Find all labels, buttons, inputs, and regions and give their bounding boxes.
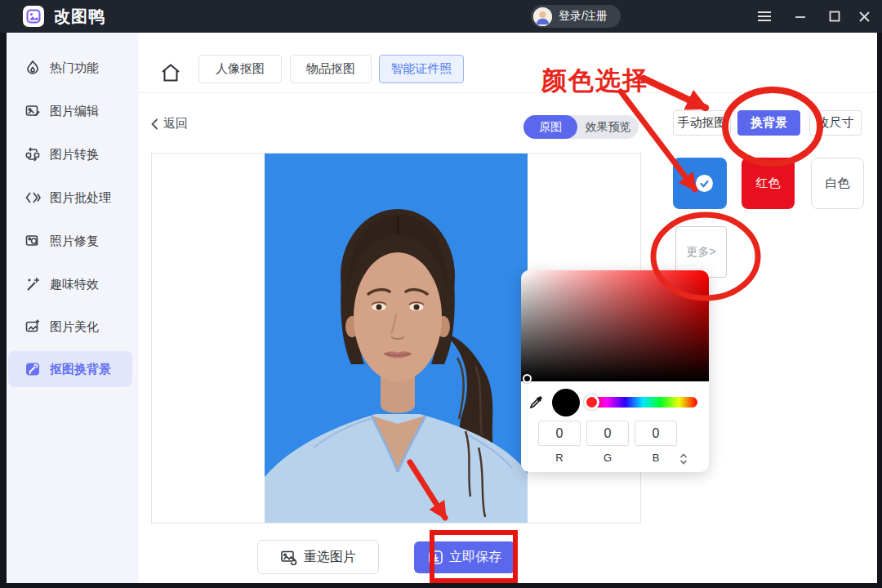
- app-logo-icon: [23, 6, 44, 27]
- app-window: 改图鸭 登录/注册 热门功能: [0, 0, 882, 588]
- sidebar: 热门功能 图片编辑 图片转换 图片批处理: [7, 33, 139, 583]
- toggle-original-label: 原图: [539, 120, 562, 135]
- hue-slider[interactable]: [588, 397, 697, 408]
- swatch-white[interactable]: 白色: [811, 158, 864, 209]
- current-color-circle: [552, 389, 580, 416]
- tab-label: 人像抠图: [216, 61, 265, 77]
- batch-icon: [24, 189, 41, 206]
- back-label: 返回: [163, 116, 188, 131]
- saturation-cursor[interactable]: [523, 374, 532, 383]
- login-button[interactable]: 登录/注册: [531, 5, 621, 28]
- save-button[interactable]: 立即保存: [414, 541, 515, 573]
- color-picker-panel: R G B: [521, 270, 709, 472]
- magic-wand-icon: [24, 276, 41, 292]
- more-colors-label: 更多>: [686, 245, 715, 260]
- b-label: B: [635, 452, 677, 464]
- hue-slider-knob[interactable]: [584, 394, 599, 410]
- r-label: R: [538, 452, 581, 464]
- app-title: 改图鸭: [54, 0, 105, 33]
- maximize-icon[interactable]: [826, 10, 843, 23]
- sidebar-item-image-convert[interactable]: 图片转换: [8, 140, 132, 169]
- change-background-label: 换背景: [751, 115, 787, 131]
- back-button[interactable]: 返回: [151, 116, 188, 131]
- selected-check-icon: [696, 175, 713, 192]
- avatar-icon: [533, 7, 552, 26]
- toggle-preview-label: 效果预览: [586, 120, 631, 135]
- save-label: 立即保存: [449, 549, 501, 566]
- sidebar-item-hot-features[interactable]: 热门功能: [8, 53, 132, 82]
- sidebar-item-batch-process[interactable]: 图片批处理: [8, 183, 132, 212]
- reselect-image-label: 重选图片: [304, 549, 356, 566]
- sidebar-item-label: 图片批处理: [50, 190, 111, 206]
- tab-label: 智能证件照: [391, 61, 452, 77]
- flame-icon: [24, 60, 41, 76]
- reselect-image-button[interactable]: 重选图片: [257, 540, 379, 574]
- swatch-white-label: 白色: [826, 176, 850, 191]
- home-icon[interactable]: [160, 62, 181, 83]
- portrait-photo: [265, 154, 528, 523]
- sidebar-item-label: 图片编辑: [50, 104, 99, 119]
- toolbar-divider: [139, 92, 877, 93]
- sidebar-item-label: 抠图换背景: [50, 362, 111, 377]
- sidebar-item-label: 热门功能: [50, 60, 99, 76]
- resize-label: 改尺寸: [817, 115, 854, 131]
- sidebar-item-label: 照片修复: [50, 234, 99, 249]
- cutout-icon: [24, 361, 41, 377]
- beautify-icon: [24, 318, 41, 335]
- sidebar-item-label: 图片转换: [50, 147, 99, 163]
- photo-repair-icon: [24, 233, 41, 249]
- change-background-button[interactable]: 换背景: [737, 110, 800, 136]
- b-input[interactable]: [635, 421, 677, 446]
- sidebar-item-beautify[interactable]: 图片美化: [8, 312, 132, 341]
- convert-icon: [24, 146, 41, 163]
- toggle-preview[interactable]: 效果预览: [577, 115, 639, 139]
- mode-toggle-icon[interactable]: [679, 453, 688, 465]
- resize-button[interactable]: 改尺寸: [809, 110, 862, 136]
- view-toggle: 原图 效果预览: [523, 115, 639, 139]
- menu-icon[interactable]: [756, 10, 773, 23]
- sidebar-item-image-edit[interactable]: 图片编辑: [8, 96, 132, 126]
- swatch-red[interactable]: 红色: [742, 158, 795, 209]
- chevron-left-icon: [151, 118, 158, 130]
- manual-cutout-label: 手动抠图: [678, 115, 727, 131]
- image-edit-icon: [24, 103, 41, 119]
- close-icon[interactable]: [856, 10, 872, 23]
- minimize-icon[interactable]: [792, 10, 808, 23]
- saturation-area[interactable]: [521, 270, 709, 381]
- tab-label: 物品抠图: [306, 61, 355, 77]
- toggle-original[interactable]: 原图: [523, 115, 577, 139]
- sidebar-item-label: 图片美化: [50, 319, 99, 335]
- eyedropper-icon[interactable]: [528, 394, 545, 410]
- r-input[interactable]: [538, 421, 581, 446]
- tab-object-cutout[interactable]: 物品抠图: [290, 55, 372, 83]
- reselect-image-icon: [280, 549, 297, 566]
- sidebar-item-label: 趣味特效: [50, 277, 99, 292]
- sidebar-item-fun-effects[interactable]: 趣味特效: [8, 270, 132, 299]
- swatch-red-label: 红色: [756, 176, 781, 191]
- sidebar-item-cutout-background[interactable]: 抠图换背景: [8, 351, 132, 387]
- g-input[interactable]: [586, 421, 629, 446]
- titlebar: 改图鸭 登录/注册: [0, 0, 882, 33]
- tab-portrait-cutout[interactable]: 人像抠图: [198, 55, 282, 83]
- g-label: G: [586, 452, 629, 464]
- manual-cutout-button[interactable]: 手动抠图: [673, 110, 731, 136]
- download-icon: [428, 550, 443, 565]
- login-label: 登录/注册: [559, 9, 608, 24]
- sidebar-item-photo-repair[interactable]: 照片修复: [8, 226, 132, 256]
- tab-smart-id-photo[interactable]: 智能证件照: [379, 55, 464, 83]
